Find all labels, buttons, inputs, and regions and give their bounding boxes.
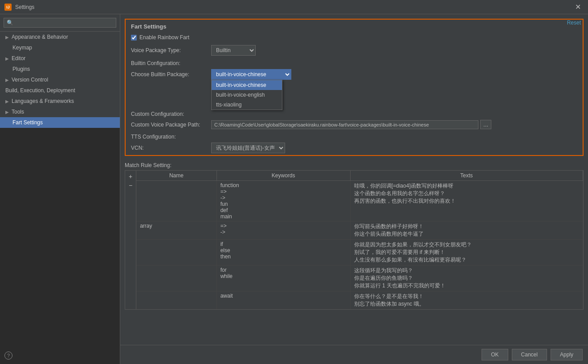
sidebar-item-label: Fart Settings bbox=[12, 119, 115, 126]
cell-name: array bbox=[136, 221, 216, 240]
settings-dialog: IJ Settings ✕ ▶ Appearance & Behavior Ke… bbox=[0, 0, 588, 364]
sidebar-item-appearance[interactable]: ▶ Appearance & Behavior bbox=[0, 32, 120, 42]
table-container: + − Name Keywords Texts bbox=[125, 170, 584, 310]
cell-keywords: for while bbox=[216, 266, 350, 291]
match-rule-title: Match Rule Setting: bbox=[125, 160, 584, 170]
settings-content: Reset Fart Settings Enable Rainbow Fart … bbox=[120, 14, 588, 345]
cell-texts: 你在等什么？是不是在等我！ 别忘了给函数体加 async 哦。 bbox=[350, 291, 583, 310]
match-rule-section: Match Rule Setting: + − Name Keywords bbox=[125, 160, 584, 310]
sidebar-item-label: Keymap bbox=[12, 45, 115, 51]
sidebar-item-plugins[interactable]: Plugins bbox=[0, 64, 120, 74]
dropdown-option-xiaoling[interactable]: tts-xiaoling bbox=[212, 100, 282, 110]
col-keywords: Keywords bbox=[216, 171, 350, 181]
expand-arrow-icon: ▶ bbox=[5, 78, 9, 82]
sidebar-item-label: Version Control bbox=[12, 77, 115, 83]
main-content: ▶ Appearance & Behavior Keymap ▶ Editor … bbox=[0, 14, 588, 364]
bottom-bar: OK Cancel Apply bbox=[120, 345, 588, 364]
cell-name bbox=[136, 240, 216, 266]
dropdown-option-chinese[interactable]: built-in-voice-chinese bbox=[212, 80, 282, 90]
enable-rainbow-fart-checkbox[interactable] bbox=[131, 35, 137, 41]
builtin-package-select[interactable]: built-in-voice-chinese built-in-voice-en… bbox=[211, 69, 291, 80]
cell-keywords: function => -> fun def main bbox=[216, 181, 350, 221]
table-row: array => -> 你写箭头函数的样子好帅呀！ 你这个箭头函数用的老牛逼了 bbox=[136, 221, 583, 240]
expand-arrow-icon: ▶ bbox=[5, 56, 9, 61]
enable-rainbow-fart-row: Enable Rainbow Fart bbox=[126, 32, 583, 43]
sidebar-item-label: Plugins bbox=[12, 66, 115, 72]
table-row: if else then 你就是因为想太多如果，所以才交不到女朋友吧？ 别试了，… bbox=[136, 240, 583, 266]
cell-name bbox=[136, 266, 216, 291]
custom-voice-package-path-row: Custom Voice Package Path: ... bbox=[126, 118, 583, 131]
builtin-package-dropdown-container: built-in-voice-chinese built-in-voice-en… bbox=[211, 69, 291, 80]
cancel-button[interactable]: Cancel bbox=[512, 349, 547, 360]
expand-arrow-icon: ▶ bbox=[5, 99, 9, 104]
close-button[interactable]: ✕ bbox=[572, 3, 584, 12]
sidebar-item-languages[interactable]: ▶ Languages & Frameworks bbox=[0, 96, 120, 106]
help-icon[interactable]: ? bbox=[4, 352, 12, 360]
match-rule-table: Name Keywords Texts funct bbox=[136, 171, 583, 309]
cell-keywords: if else then bbox=[216, 240, 350, 266]
title-bar-left: IJ Settings bbox=[4, 4, 34, 11]
cell-keywords: => -> bbox=[216, 221, 350, 240]
table-row: await 你在等什么？是不是在等我！ 别忘了给函数体加 async 哦。 bbox=[136, 291, 583, 310]
search-input[interactable] bbox=[4, 18, 116, 28]
voice-package-type-row: Voice Package Type: Builtin Custom bbox=[126, 43, 583, 57]
fart-settings-title: Fart Settings bbox=[126, 20, 583, 32]
table-row: function => -> fun def main 哇哦，你的回调[=dia… bbox=[136, 181, 583, 221]
sidebar-item-label: Build, Execution, Deployment bbox=[5, 87, 115, 94]
col-texts: Texts bbox=[350, 171, 583, 181]
app-icon: IJ bbox=[4, 4, 12, 11]
sidebar: ▶ Appearance & Behavior Keymap ▶ Editor … bbox=[0, 14, 120, 364]
sidebar-item-label: Languages & Frameworks bbox=[12, 98, 115, 104]
choose-builtin-package-label: Choose Builtin Package: bbox=[131, 71, 211, 78]
sidebar-item-keymap[interactable]: Keymap bbox=[0, 42, 120, 53]
sidebar-item-label: Editor bbox=[12, 55, 115, 61]
browse-button[interactable]: ... bbox=[480, 120, 491, 129]
apply-button[interactable]: Apply bbox=[551, 349, 583, 360]
sidebar-item-editor[interactable]: ▶ Editor bbox=[0, 53, 120, 64]
custom-voice-package-path-input[interactable] bbox=[211, 120, 478, 129]
dropdown-option-english[interactable]: built-in-voice-english bbox=[212, 90, 282, 100]
right-panel: Reset Fart Settings Enable Rainbow Fart … bbox=[120, 14, 588, 364]
cell-name bbox=[136, 181, 216, 221]
cell-texts: 这段循环是为我写的吗？ 你是在遍历你的鱼塘吗？ 你就算运行 1 天也遍历不完我的… bbox=[350, 266, 583, 291]
table-actions: + − bbox=[125, 171, 136, 309]
reset-link[interactable]: Reset bbox=[567, 20, 581, 26]
cell-keywords: await bbox=[216, 291, 350, 310]
sidebar-item-label: Tools bbox=[12, 109, 115, 115]
fart-settings-box: Fart Settings Enable Rainbow Fart Voice … bbox=[125, 19, 584, 156]
cell-name bbox=[136, 291, 216, 310]
search-box bbox=[0, 14, 120, 32]
ok-button[interactable]: OK bbox=[482, 349, 508, 360]
expand-arrow-icon: ▶ bbox=[5, 110, 9, 115]
sidebar-bottom bbox=[0, 128, 120, 364]
cell-texts: 你就是因为想太多如果，所以才交不到女朋友吧？ 别试了，我的可爱不需要用 if 来… bbox=[350, 240, 583, 266]
sidebar-item-version-control[interactable]: ▶ Version Control bbox=[0, 74, 120, 85]
sidebar-item-fart-settings[interactable]: Fart Settings bbox=[0, 117, 120, 128]
builtin-package-dropdown-list: built-in-voice-chinese built-in-voice-en… bbox=[211, 80, 282, 110]
table-header-row: Name Keywords Texts bbox=[136, 171, 583, 181]
voice-package-type-label: Voice Package Type: bbox=[131, 47, 211, 53]
cell-texts: 哇哦，你的回调[=diao4]函数写的好棒棒呀 这个函数的命名用我的名字怎么样呀… bbox=[350, 181, 583, 221]
expand-arrow-icon: ▶ bbox=[5, 35, 9, 40]
choose-builtin-package-row: Choose Builtin Package: built-in-voice-c… bbox=[126, 67, 583, 82]
title-bar: IJ Settings ✕ bbox=[0, 0, 588, 14]
tts-config-label: TTS Configuration: bbox=[126, 131, 583, 141]
vcn-select[interactable]: 讯飞玲姐姐(普通话)-女声 bbox=[211, 143, 285, 153]
dialog-title: Settings bbox=[15, 4, 34, 10]
sidebar-item-tools[interactable]: ▶ Tools bbox=[0, 106, 120, 117]
vcn-label: VCN: bbox=[131, 145, 211, 151]
builtin-config-label: Builtin Configuration: bbox=[126, 57, 583, 67]
custom-voice-package-path-label: Custom Voice Package Path: bbox=[131, 122, 211, 128]
voice-package-type-select[interactable]: Builtin Custom bbox=[211, 45, 256, 56]
vcn-row: VCN: 讯飞玲姐姐(普通话)-女声 bbox=[126, 141, 583, 155]
add-row-button[interactable]: + bbox=[127, 172, 134, 180]
enable-rainbow-fart-label: Enable Rainbow Fart bbox=[139, 34, 189, 41]
sidebar-item-build[interactable]: Build, Execution, Deployment bbox=[0, 85, 120, 96]
cell-texts: 你写箭头函数的样子好帅呀！ 你这个箭头函数用的老牛逼了 bbox=[350, 221, 583, 240]
col-name: Name bbox=[136, 171, 216, 181]
custom-config-label: Custom Configuration: bbox=[126, 108, 583, 118]
remove-row-button[interactable]: − bbox=[127, 181, 134, 189]
sidebar-item-label: Appearance & Behavior bbox=[12, 34, 115, 40]
table-row: for while 这段循环是为我写的吗？ 你是在遍历你的鱼塘吗？ 你就算运行 … bbox=[136, 266, 583, 291]
